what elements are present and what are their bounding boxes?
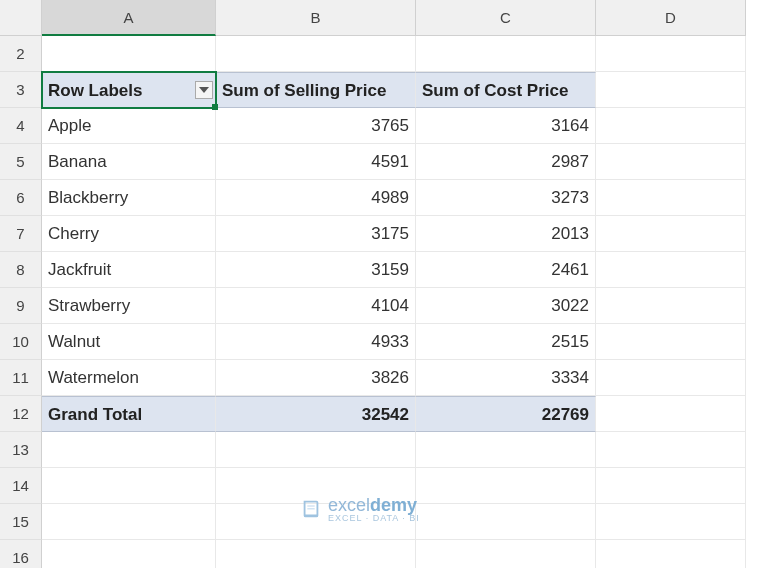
pivot-row-label[interactable]: Cherry [42,216,216,252]
pivot-row-label[interactable]: Strawberry [42,288,216,324]
cell[interactable] [216,468,416,504]
row-header-7[interactable]: 7 [0,216,42,252]
filter-dropdown-button[interactable] [195,81,213,99]
cell[interactable] [596,504,746,540]
cell[interactable] [216,540,416,568]
cell[interactable] [596,540,746,568]
cell[interactable] [42,468,216,504]
pivot-value-selling[interactable]: 4591 [216,144,416,180]
row-header-12[interactable]: 12 [0,396,42,432]
cell[interactable] [416,36,596,72]
cell[interactable] [596,432,746,468]
pivot-row-label[interactable]: Walnut [42,324,216,360]
pivot-value-selling[interactable]: 3159 [216,252,416,288]
cell[interactable] [42,36,216,72]
cell[interactable] [596,360,746,396]
pivot-row-label[interactable]: Jackfruit [42,252,216,288]
cell[interactable] [42,504,216,540]
pivot-grand-total-cost[interactable]: 22769 [416,396,596,432]
cell[interactable] [596,216,746,252]
row-header-8[interactable]: 8 [0,252,42,288]
cell[interactable] [596,396,746,432]
row-header-15[interactable]: 15 [0,504,42,540]
pivot-value-selling[interactable]: 3765 [216,108,416,144]
cell[interactable] [216,504,416,540]
select-all-corner[interactable] [0,0,42,36]
cell[interactable] [596,72,746,108]
row-header-9[interactable]: 9 [0,288,42,324]
spreadsheet-grid: ABCD23Row LabelsSum of Selling PriceSum … [0,0,768,568]
pivot-value-selling[interactable]: 3826 [216,360,416,396]
fill-handle[interactable] [212,104,218,110]
row-header-5[interactable]: 5 [0,144,42,180]
pivot-value-cost[interactable]: 2013 [416,216,596,252]
pivot-value-cost[interactable]: 3022 [416,288,596,324]
cell[interactable] [416,432,596,468]
pivot-value-selling[interactable]: 3175 [216,216,416,252]
row-header-3[interactable]: 3 [0,72,42,108]
pivot-value-cost[interactable]: 3164 [416,108,596,144]
cell[interactable] [596,108,746,144]
col-header-c[interactable]: C [416,0,596,36]
row-header-6[interactable]: 6 [0,180,42,216]
cell[interactable] [216,36,416,72]
cell[interactable] [42,432,216,468]
pivot-value-cost[interactable]: 2461 [416,252,596,288]
pivot-value-selling[interactable]: 4933 [216,324,416,360]
cell[interactable] [596,144,746,180]
cell[interactable] [596,288,746,324]
col-header-b[interactable]: B [216,0,416,36]
pivot-row-label[interactable]: Apple [42,108,216,144]
cell[interactable] [416,540,596,568]
row-header-16[interactable]: 16 [0,540,42,568]
cell[interactable] [42,540,216,568]
row-header-13[interactable]: 13 [0,432,42,468]
row-header-4[interactable]: 4 [0,108,42,144]
pivot-row-label[interactable]: Watermelon [42,360,216,396]
pivot-row-label[interactable]: Blackberry [42,180,216,216]
pivot-value-cost[interactable]: 2515 [416,324,596,360]
cell[interactable] [596,252,746,288]
cell[interactable] [596,324,746,360]
pivot-value-selling[interactable]: 4104 [216,288,416,324]
pivot-value-cost[interactable]: 3334 [416,360,596,396]
col-header-d[interactable]: D [596,0,746,36]
row-header-14[interactable]: 14 [0,468,42,504]
pivot-value-cost[interactable]: 3273 [416,180,596,216]
pivot-col-header-1[interactable]: Sum of Selling Price [216,72,416,108]
pivot-row-label[interactable]: Banana [42,144,216,180]
cell[interactable] [596,468,746,504]
cell[interactable] [416,504,596,540]
cell[interactable] [216,432,416,468]
col-header-a[interactable]: A [42,0,216,36]
row-header-11[interactable]: 11 [0,360,42,396]
pivot-value-cost[interactable]: 2987 [416,144,596,180]
pivot-row-labels-header[interactable]: Row Labels [42,72,216,108]
pivot-grand-total-label[interactable]: Grand Total [42,396,216,432]
row-header-10[interactable]: 10 [0,324,42,360]
cell[interactable] [596,36,746,72]
cell[interactable] [416,468,596,504]
chevron-down-icon [199,87,209,93]
row-header-2[interactable]: 2 [0,36,42,72]
cell[interactable] [596,180,746,216]
pivot-grand-total-selling[interactable]: 32542 [216,396,416,432]
pivot-value-selling[interactable]: 4989 [216,180,416,216]
pivot-col-header-2[interactable]: Sum of Cost Price [416,72,596,108]
